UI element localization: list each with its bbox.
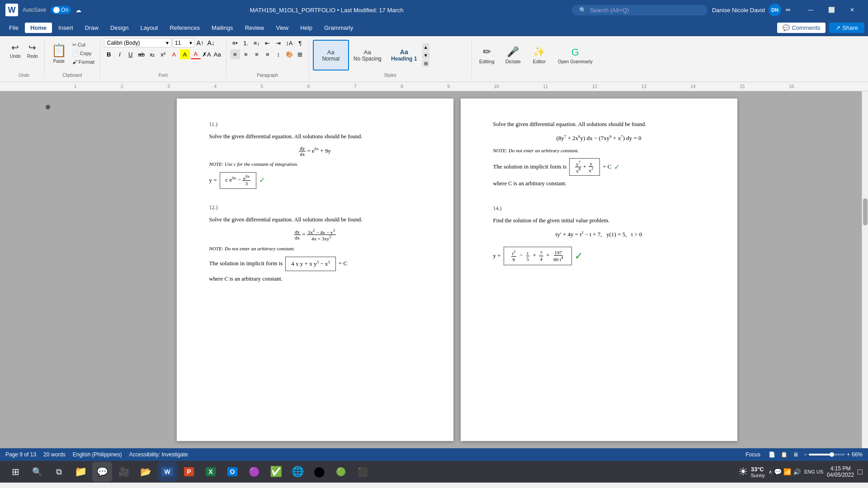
justify-button[interactable]: ≡	[263, 49, 273, 59]
styles-scroll[interactable]: ▲ ▼ ⊞	[422, 43, 429, 67]
increase-font-button[interactable]: A↑	[195, 38, 205, 48]
editing-button[interactable]: ✏ Editing	[476, 38, 498, 72]
underline-button[interactable]: U	[126, 49, 136, 59]
network-icon[interactable]: 📶	[783, 468, 791, 475]
show-formatting-button[interactable]: ¶	[295, 38, 305, 48]
menu-layout[interactable]: Layout	[135, 23, 163, 33]
styles-scroll-up[interactable]: ▲	[422, 43, 429, 51]
redo-button[interactable]: ↪ Redo	[24, 38, 41, 62]
language-indicator[interactable]: English (Philippines)	[73, 451, 122, 458]
menu-insert[interactable]: Insert	[53, 23, 79, 33]
print-view-icon[interactable]: 📋	[781, 451, 788, 458]
comments-button[interactable]: 💬 Comments	[777, 23, 826, 33]
taskbar-edge[interactable]: 🌐	[288, 462, 307, 482]
numbering-button[interactable]: 1.	[241, 38, 251, 48]
pen-icon[interactable]: ✏	[786, 6, 791, 14]
undo-button[interactable]: ↩ Undo	[7, 38, 24, 62]
align-center-button[interactable]: ≡	[241, 49, 251, 59]
format-painter-button[interactable]: 🖌 Format	[71, 58, 96, 66]
menu-references[interactable]: References	[164, 23, 205, 33]
font-selector[interactable]: Calibri (Body) ▾	[104, 38, 172, 47]
increase-indent-button[interactable]: ⇥	[274, 38, 283, 48]
italic-button[interactable]: I	[115, 49, 125, 59]
shading-button[interactable]: 🎨	[284, 49, 294, 59]
minimize-button[interactable]: —	[800, 0, 821, 20]
multilevel-list-button[interactable]: ≡↓	[252, 38, 262, 48]
zoom-control[interactable]: − + 66%	[804, 451, 863, 458]
font-color-button[interactable]: A	[191, 49, 201, 59]
zoom-in-icon[interactable]: +	[847, 451, 850, 458]
zoom-out-icon[interactable]: −	[804, 451, 807, 458]
strikethrough-button[interactable]: ab	[137, 49, 146, 59]
notification-icon[interactable]: □	[858, 467, 863, 477]
menu-home[interactable]: Home	[25, 23, 52, 33]
borders-button[interactable]: ⊞	[295, 49, 305, 59]
share-button[interactable]: ↗ Share	[829, 23, 864, 33]
bullets-button[interactable]: ≡•	[230, 38, 240, 48]
cut-button[interactable]: ✂ Cut	[71, 41, 96, 49]
taskbar-outlook[interactable]: O	[222, 462, 242, 482]
taskbar-extension[interactable]: ⬛	[353, 462, 373, 482]
copy-button[interactable]: 📄 Copy	[71, 50, 96, 57]
right-scrollbar[interactable]	[862, 91, 868, 448]
highlight-button[interactable]: A	[180, 49, 190, 59]
taskbar-chrome-ext[interactable]: 🟢	[331, 462, 351, 482]
subscript-button[interactable]: x₂	[147, 49, 157, 59]
menu-help[interactable]: Help	[295, 23, 318, 33]
font-case-button[interactable]: Aa	[212, 49, 222, 59]
line-spacing-button[interactable]: ↕	[274, 49, 283, 59]
maximize-button[interactable]: ⬜	[821, 0, 842, 20]
clock[interactable]: 4:15 PM 04/05/2022	[827, 465, 854, 478]
align-left-button[interactable]: ≡	[230, 49, 240, 59]
search-box[interactable]: 🔍 Search (Alt+Q)	[572, 5, 708, 15]
scrollbar-thumb[interactable]	[863, 198, 868, 225]
taskbar-teams2[interactable]: 🟣	[244, 462, 264, 482]
taskbar-powerpoint[interactable]: P	[179, 462, 199, 482]
menu-mailings[interactable]: Mailings	[206, 23, 239, 33]
start-button[interactable]: ⊞	[5, 462, 25, 482]
decrease-indent-button[interactable]: ⇤	[263, 38, 273, 48]
chevron-up-icon[interactable]: ∧	[769, 469, 772, 475]
focus-button[interactable]: Focus	[743, 450, 763, 459]
grammarly-button[interactable]: G Open Grammarly	[554, 38, 596, 72]
taskbar-teams-meet[interactable]: 🎥	[114, 462, 134, 482]
dictate-button[interactable]: 🎤 Dictate	[502, 38, 524, 72]
close-button[interactable]: ✕	[842, 0, 863, 20]
accessibility-status[interactable]: Accessibility: Investigate	[129, 451, 188, 458]
menu-grammarly[interactable]: Grammarly	[319, 23, 359, 33]
taskbar-approvals[interactable]: ✅	[266, 462, 286, 482]
sort-button[interactable]: ↕A	[284, 38, 294, 48]
taskbar-excel[interactable]: X	[201, 462, 221, 482]
styles-scroll-down[interactable]: ▼	[422, 52, 429, 59]
menu-review[interactable]: Review	[240, 23, 270, 33]
bold-button[interactable]: B	[104, 49, 114, 59]
web-view-icon[interactable]: 🖥	[793, 451, 798, 458]
clear-format-button[interactable]: ✗A	[202, 49, 212, 59]
style-heading1[interactable]: Aa Heading 1	[386, 40, 422, 70]
font-size-selector[interactable]: 11 ▾	[173, 38, 194, 47]
decrease-font-button[interactable]: A↓	[206, 38, 216, 48]
editor-button[interactable]: ✨ Editor	[528, 38, 551, 72]
taskbar-word[interactable]: W	[157, 462, 177, 482]
chat-tray-icon[interactable]: 💬	[774, 468, 782, 475]
menu-design[interactable]: Design	[105, 23, 134, 33]
superscript-button[interactable]: x²	[158, 49, 168, 59]
text-effects-button[interactable]: A	[169, 49, 179, 59]
styles-expand[interactable]: ⊞	[422, 60, 429, 67]
taskbar-chrome[interactable]: ⬤	[309, 462, 329, 482]
align-right-button[interactable]: ≡	[252, 49, 262, 59]
taskbar-explorer[interactable]: 📂	[136, 462, 156, 482]
read-view-icon[interactable]: 📄	[769, 451, 775, 458]
menu-file[interactable]: File	[4, 23, 24, 33]
search-button[interactable]: 🔍	[27, 462, 47, 482]
zoom-bar[interactable]	[809, 454, 845, 455]
zoom-handle[interactable]	[830, 452, 834, 457]
autosave-toggle[interactable]: On	[51, 6, 71, 14]
paste-button[interactable]: 📋 Paste	[48, 38, 70, 69]
volume-icon[interactable]: 🔊	[793, 468, 801, 475]
taskbar-teams-chat[interactable]: 💬	[92, 462, 112, 482]
window-controls[interactable]: — ⬜ ✕	[800, 0, 863, 20]
task-view-button[interactable]: ⧉	[49, 462, 69, 482]
menu-draw[interactable]: Draw	[80, 23, 104, 33]
style-no-spacing[interactable]: Aa No Spacing	[349, 40, 386, 70]
